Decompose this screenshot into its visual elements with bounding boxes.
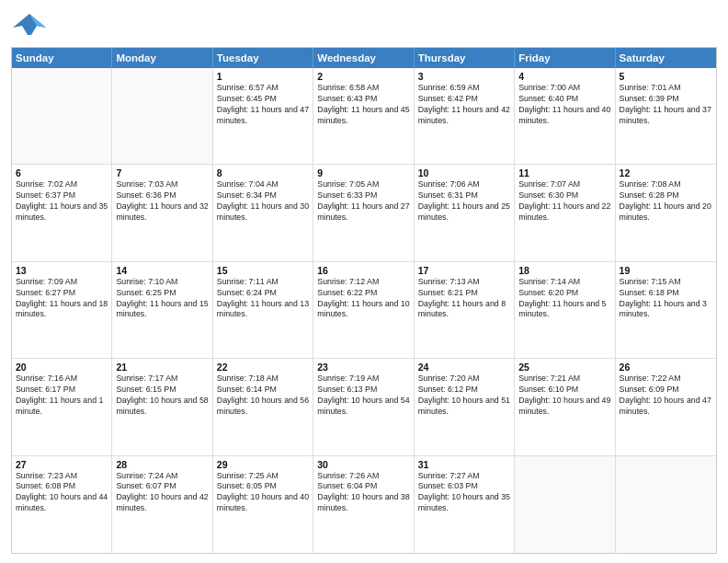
- calendar-cell: [12, 68, 112, 164]
- day-number: 15: [217, 265, 309, 276]
- day-number: 22: [217, 362, 309, 373]
- calendar-cell: 5Sunrise: 7:01 AM Sunset: 6:39 PM Daylig…: [616, 68, 716, 164]
- calendar-cell: 23Sunrise: 7:19 AM Sunset: 6:13 PM Dayli…: [313, 359, 414, 454]
- day-number: 2: [317, 71, 409, 82]
- day-number: 12: [620, 167, 712, 178]
- day-info: Sunrise: 7:23 AM Sunset: 6:08 PM Dayligh…: [16, 471, 108, 515]
- calendar-row-3: 13Sunrise: 7:09 AM Sunset: 6:27 PM Dayli…: [12, 262, 716, 359]
- day-info: Sunrise: 7:05 AM Sunset: 6:33 PM Dayligh…: [317, 179, 409, 224]
- calendar-cell: 12Sunrise: 7:08 AM Sunset: 6:28 PM Dayli…: [616, 165, 716, 260]
- day-info: Sunrise: 7:15 AM Sunset: 6:18 PM Dayligh…: [620, 277, 712, 321]
- day-info: Sunrise: 7:11 AM Sunset: 6:24 PM Dayligh…: [217, 277, 309, 321]
- day-info: Sunrise: 7:24 AM Sunset: 6:07 PM Dayligh…: [116, 471, 208, 515]
- calendar-row-1: 1Sunrise: 6:57 AM Sunset: 6:45 PM Daylig…: [12, 68, 716, 165]
- day-number: 26: [620, 362, 712, 373]
- day-number: 7: [116, 167, 208, 178]
- day-info: Sunrise: 7:13 AM Sunset: 6:21 PM Dayligh…: [418, 277, 510, 321]
- calendar-cell: 3Sunrise: 6:59 AM Sunset: 6:42 PM Daylig…: [415, 68, 515, 164]
- calendar-cell: 29Sunrise: 7:25 AM Sunset: 6:05 PM Dayli…: [213, 456, 313, 553]
- day-info: Sunrise: 7:27 AM Sunset: 6:03 PM Dayligh…: [418, 471, 510, 515]
- calendar-cell: 22Sunrise: 7:18 AM Sunset: 6:14 PM Dayli…: [213, 359, 313, 454]
- calendar-cell: 19Sunrise: 7:15 AM Sunset: 6:18 PM Dayli…: [616, 262, 716, 358]
- calendar-cell: 4Sunrise: 7:00 AM Sunset: 6:40 PM Daylig…: [515, 68, 615, 164]
- calendar-cell: 8Sunrise: 7:04 AM Sunset: 6:34 PM Daylig…: [213, 165, 313, 260]
- day-info: Sunrise: 7:07 AM Sunset: 6:30 PM Dayligh…: [518, 179, 610, 224]
- day-info: Sunrise: 6:57 AM Sunset: 6:45 PM Dayligh…: [217, 83, 309, 127]
- page: SundayMondayTuesdayWednesdayThursdayFrid…: [0, 0, 728, 563]
- day-number: 14: [116, 265, 208, 276]
- day-info: Sunrise: 7:19 AM Sunset: 6:13 PM Dayligh…: [317, 373, 409, 418]
- day-info: Sunrise: 7:16 AM Sunset: 6:17 PM Dayligh…: [16, 373, 108, 418]
- day-info: Sunrise: 7:02 AM Sunset: 6:37 PM Dayligh…: [16, 179, 108, 224]
- day-number: 9: [317, 167, 409, 178]
- day-number: 17: [418, 265, 510, 276]
- header-day-sunday: Sunday: [12, 48, 112, 68]
- calendar-cell: 25Sunrise: 7:21 AM Sunset: 6:10 PM Dayli…: [515, 359, 615, 454]
- day-number: 18: [518, 265, 610, 276]
- day-number: 6: [16, 167, 108, 178]
- day-number: 25: [518, 362, 610, 373]
- day-info: Sunrise: 7:03 AM Sunset: 6:36 PM Dayligh…: [116, 179, 208, 224]
- day-number: 8: [217, 167, 309, 178]
- day-number: 3: [418, 71, 510, 82]
- calendar-row-4: 20Sunrise: 7:16 AM Sunset: 6:17 PM Dayli…: [12, 359, 716, 455]
- calendar-row-2: 6Sunrise: 7:02 AM Sunset: 6:37 PM Daylig…: [12, 165, 716, 261]
- day-info: Sunrise: 7:04 AM Sunset: 6:34 PM Dayligh…: [217, 179, 309, 224]
- day-info: Sunrise: 7:21 AM Sunset: 6:10 PM Dayligh…: [518, 373, 610, 418]
- day-info: Sunrise: 7:20 AM Sunset: 6:12 PM Dayligh…: [418, 373, 510, 418]
- day-number: 27: [16, 459, 108, 470]
- calendar-body: 1Sunrise: 6:57 AM Sunset: 6:45 PM Daylig…: [12, 68, 716, 553]
- day-info: Sunrise: 7:22 AM Sunset: 6:09 PM Dayligh…: [620, 373, 712, 418]
- day-number: 30: [317, 459, 409, 470]
- day-info: Sunrise: 7:01 AM Sunset: 6:39 PM Dayligh…: [620, 83, 712, 127]
- calendar-cell: 20Sunrise: 7:16 AM Sunset: 6:17 PM Dayli…: [12, 359, 112, 454]
- day-number: 29: [217, 459, 309, 470]
- calendar-cell: 27Sunrise: 7:23 AM Sunset: 6:08 PM Dayli…: [12, 456, 112, 553]
- day-info: Sunrise: 7:12 AM Sunset: 6:22 PM Dayligh…: [317, 277, 409, 321]
- day-info: Sunrise: 7:17 AM Sunset: 6:15 PM Dayligh…: [116, 373, 208, 418]
- header: [11, 9, 717, 41]
- logo: [11, 9, 51, 41]
- calendar-cell: 6Sunrise: 7:02 AM Sunset: 6:37 PM Daylig…: [12, 165, 112, 260]
- day-info: Sunrise: 7:25 AM Sunset: 6:05 PM Dayligh…: [217, 471, 309, 515]
- day-info: Sunrise: 7:10 AM Sunset: 6:25 PM Dayligh…: [116, 277, 208, 321]
- calendar-header: SundayMondayTuesdayWednesdayThursdayFrid…: [12, 48, 716, 68]
- day-info: Sunrise: 7:26 AM Sunset: 6:04 PM Dayligh…: [317, 471, 409, 515]
- calendar-cell: 9Sunrise: 7:05 AM Sunset: 6:33 PM Daylig…: [313, 165, 414, 260]
- day-number: 13: [16, 265, 108, 276]
- header-day-wednesday: Wednesday: [313, 48, 414, 68]
- calendar-cell: 15Sunrise: 7:11 AM Sunset: 6:24 PM Dayli…: [213, 262, 313, 358]
- calendar-cell: 7Sunrise: 7:03 AM Sunset: 6:36 PM Daylig…: [112, 165, 212, 260]
- header-day-monday: Monday: [112, 48, 212, 68]
- calendar-cell: 11Sunrise: 7:07 AM Sunset: 6:30 PM Dayli…: [515, 165, 615, 260]
- calendar-cell: 18Sunrise: 7:14 AM Sunset: 6:20 PM Dayli…: [515, 262, 615, 358]
- calendar-cell: [515, 456, 615, 553]
- day-number: 19: [620, 265, 712, 276]
- day-number: 10: [418, 167, 510, 178]
- calendar-cell: 28Sunrise: 7:24 AM Sunset: 6:07 PM Dayli…: [112, 456, 212, 553]
- logo-bird-icon: [11, 9, 48, 41]
- calendar-cell: 2Sunrise: 6:58 AM Sunset: 6:43 PM Daylig…: [313, 68, 414, 164]
- header-day-tuesday: Tuesday: [213, 48, 313, 68]
- calendar-cell: 16Sunrise: 7:12 AM Sunset: 6:22 PM Dayli…: [313, 262, 414, 358]
- day-number: 28: [116, 459, 208, 470]
- calendar-cell: [112, 68, 212, 164]
- calendar: SundayMondayTuesdayWednesdayThursdayFrid…: [11, 47, 717, 554]
- header-day-thursday: Thursday: [415, 48, 515, 68]
- day-number: 23: [317, 362, 409, 373]
- day-number: 11: [518, 167, 610, 178]
- calendar-cell: 26Sunrise: 7:22 AM Sunset: 6:09 PM Dayli…: [616, 359, 716, 454]
- calendar-row-5: 27Sunrise: 7:23 AM Sunset: 6:08 PM Dayli…: [12, 456, 716, 553]
- day-info: Sunrise: 7:09 AM Sunset: 6:27 PM Dayligh…: [16, 277, 108, 321]
- day-number: 24: [418, 362, 510, 373]
- day-number: 5: [620, 71, 712, 82]
- day-number: 4: [518, 71, 610, 82]
- day-number: 21: [116, 362, 208, 373]
- calendar-cell: [616, 456, 716, 553]
- day-number: 16: [317, 265, 409, 276]
- day-info: Sunrise: 7:06 AM Sunset: 6:31 PM Dayligh…: [418, 179, 510, 224]
- calendar-cell: 13Sunrise: 7:09 AM Sunset: 6:27 PM Dayli…: [12, 262, 112, 358]
- header-day-friday: Friday: [515, 48, 615, 68]
- day-info: Sunrise: 6:59 AM Sunset: 6:42 PM Dayligh…: [418, 83, 510, 127]
- day-number: 1: [217, 71, 309, 82]
